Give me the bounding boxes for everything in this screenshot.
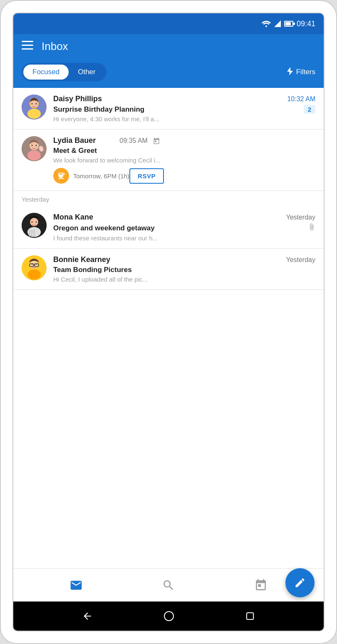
tabs-group: Focused Other — [22, 63, 107, 81]
event-time-badge: Tomorrow, 6PM (1h) — [53, 168, 129, 184]
email-list: Daisy Phillips 10:32 AM Surprise Birthda… — [13, 88, 324, 568]
svg-rect-4 — [22, 48, 33, 50]
email-content-mona: Mona Kane Yesterday Oregon and weekend g… — [53, 213, 315, 242]
email-time-bonnie: Yesterday — [286, 256, 315, 264]
svg-point-34 — [27, 270, 41, 280]
calendar-icon-lydia — [153, 137, 160, 144]
svg-point-32 — [32, 264, 32, 265]
signal-icon — [274, 20, 281, 27]
event-time-text: Tomorrow, 6PM (1h) — [73, 172, 129, 180]
svg-point-21 — [32, 222, 33, 223]
wifi-icon — [262, 20, 271, 27]
sender-name-lydia: Lydia Bauer — [53, 136, 96, 145]
avatar-daisy — [22, 95, 47, 120]
email-content-lydia: Lydia Bauer 09:35 AM — [53, 136, 160, 164]
email-preview-bonnie: Hi Cecil, I uploaded all of the pic... — [53, 276, 315, 283]
nav-search[interactable] — [154, 575, 183, 595]
badge-count-daisy: 2 — [304, 105, 315, 114]
svg-rect-3 — [22, 45, 33, 46]
back-button[interactable] — [82, 611, 93, 622]
svg-point-14 — [27, 150, 41, 160]
email-item-daisy[interactable]: Daisy Phillips 10:32 AM Surprise Birthda… — [13, 88, 324, 130]
filters-label: Filters — [296, 68, 315, 76]
app-bar: Inbox — [13, 34, 324, 59]
recents-button[interactable] — [245, 611, 255, 621]
email-content-daisy: Daisy Phillips 10:32 AM Surprise Birthda… — [53, 95, 315, 122]
email-preview-lydia: We look forward to welcoming Cecil i... — [53, 157, 160, 164]
sender-name-daisy: Daisy Phillips — [53, 95, 102, 103]
sender-name-mona: Mona Kane — [53, 213, 93, 222]
status-icons: 09:41 — [262, 20, 315, 28]
nav-mail[interactable] — [61, 575, 91, 595]
sender-name-bonnie: Bonnie Kearney — [53, 255, 110, 264]
status-time: 09:41 — [297, 20, 315, 28]
bottom-nav: 20 — [13, 568, 324, 602]
email-header-daisy: Daisy Phillips 10:32 AM — [53, 95, 315, 103]
focused-tab[interactable]: Focused — [23, 65, 69, 80]
hamburger-icon[interactable] — [22, 41, 33, 52]
email-time-lydia: 09:35 AM — [119, 137, 160, 145]
attachment-icon-mona — [308, 223, 315, 233]
other-tab[interactable]: Other — [69, 65, 105, 80]
filters-button[interactable]: Filters — [287, 67, 315, 77]
email-item-lydia[interactable]: Lydia Bauer 09:35 AM — [13, 130, 324, 191]
email-time-mona: Yesterday — [286, 214, 315, 221]
avatar-mona — [22, 213, 47, 238]
svg-point-28 — [30, 260, 38, 269]
svg-point-17 — [36, 145, 37, 146]
email-content-bonnie: Bonnie Kearney Yesterday Team Bonding Pi… — [53, 255, 315, 283]
email-subject-mona: Oregon and weekend getaway — [53, 223, 315, 233]
avatar-lydia — [22, 136, 47, 161]
email-item-bonnie[interactable]: Bonnie Kearney Yesterday Team Bonding Pi… — [13, 249, 324, 290]
email-subject-lydia: Meet & Greet — [53, 147, 160, 155]
email-header-bonnie: Bonnie Kearney Yesterday — [53, 255, 315, 264]
svg-point-0 — [265, 25, 267, 27]
battery-icon — [284, 21, 293, 27]
svg-marker-1 — [274, 20, 281, 27]
svg-point-8 — [27, 109, 41, 119]
email-subject-bonnie: Team Bonding Pictures — [53, 266, 315, 274]
svg-point-22 — [36, 222, 37, 223]
status-bar: 09:41 — [13, 13, 324, 34]
coffee-icon — [53, 168, 69, 184]
nav-calendar[interactable]: 20 — [246, 575, 276, 595]
email-time-daisy: 10:32 AM — [287, 95, 315, 103]
svg-point-33 — [36, 264, 37, 265]
event-reminder-lydia: Tomorrow, 6PM (1h) RSVP — [53, 168, 164, 184]
email-item-mona[interactable]: Mona Kane Yesterday Oregon and weekend g… — [13, 206, 324, 249]
android-nav — [13, 602, 324, 631]
email-header-lydia: Lydia Bauer 09:35 AM — [53, 136, 160, 145]
svg-rect-2 — [22, 41, 33, 42]
compose-fab[interactable] — [285, 568, 315, 597]
rsvp-button[interactable]: RSVP — [129, 168, 164, 184]
svg-rect-36 — [247, 613, 253, 619]
email-preview-daisy: Hi everyone, 4:30 works for me, I'll a..… — [53, 115, 315, 122]
svg-point-35 — [164, 612, 173, 621]
email-preview-mona: I found these restaurants near our h... — [53, 235, 315, 242]
home-button[interactable] — [164, 611, 174, 622]
svg-marker-5 — [287, 67, 293, 75]
svg-point-16 — [32, 145, 33, 146]
section-header-yesterday: Yesterday — [13, 191, 324, 206]
email-subject-daisy: Surprise Birthday Planning 2 — [53, 105, 315, 114]
svg-line-25 — [32, 230, 32, 237]
svg-point-20 — [30, 218, 38, 226]
svg-point-10 — [32, 103, 33, 105]
svg-point-11 — [36, 103, 37, 105]
app-bar-title: Inbox — [42, 40, 68, 53]
tabs-bar: Focused Other Filters — [13, 59, 324, 88]
avatar-bonnie — [22, 255, 47, 280]
bolt-icon — [287, 67, 293, 77]
email-header-mona: Mona Kane Yesterday — [53, 213, 315, 222]
